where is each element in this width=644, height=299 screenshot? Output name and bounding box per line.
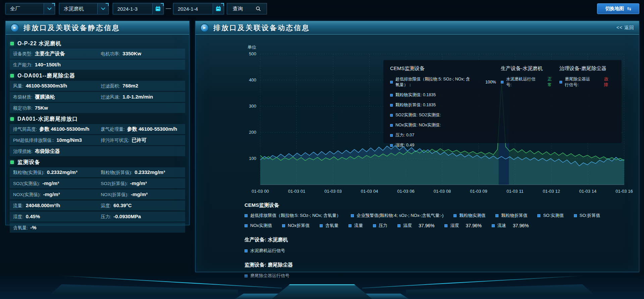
legend-item[interactable]: 温度37.96%: [397, 223, 434, 229]
legend-item-label: SO:折算值: [580, 213, 600, 219]
field-label: 排污许可状况:: [101, 137, 129, 143]
field-label: 电机功率:: [101, 51, 120, 57]
switch-map-button[interactable]: 切换地图 ⇆: [597, 3, 639, 14]
y-axis-tick-label: 500: [249, 51, 256, 56]
legend-item-label: SO:实测值: [543, 213, 564, 219]
field-value: -mg/m³: [42, 180, 59, 186]
search-icon: [256, 6, 261, 11]
field-cell: NOX(折算值):-mg/m³: [101, 191, 182, 198]
field-label: 布袋材质:: [13, 94, 33, 100]
field-cell: SO2(折算值):-mg/m³: [101, 180, 182, 187]
x-axis-tick-label: 01-03 00: [252, 189, 269, 194]
plant-select[interactable]: 全厂: [5, 3, 55, 14]
chevron-down-icon: [47, 6, 52, 10]
table-row: PM超低排排放限值::10mg/Nm3排污许可状况:已许可: [10, 135, 185, 145]
legend-item[interactable]: 超低排放限值（颗拉物:5: SOz-; NOx; 含氧量）: [245, 213, 341, 219]
field-cell: 湿度:0.45%: [13, 214, 101, 220]
table-row: 生产能力:140~150t/h: [10, 60, 185, 70]
legend-item-label: 温度: [403, 223, 412, 229]
field-value: 768m2: [122, 83, 138, 88]
y-axis-tick-label: 100: [249, 156, 256, 161]
legend-item-label: NOx实测值: [250, 223, 272, 229]
legend-item[interactable]: 流速37.96%: [492, 223, 529, 229]
legend-item-label: 湿度: [450, 223, 459, 229]
legend-marker-icon: [282, 224, 285, 227]
field-cell: PM超低排排放限值::10mg/Nm3: [13, 137, 101, 143]
date-end-picker-button[interactable]: [213, 3, 224, 14]
field-value: 60.39°C: [113, 202, 131, 208]
field-cell: 温度:60.39°C: [101, 202, 182, 209]
y-axis-tick-label: 400: [249, 77, 256, 82]
device-signal-item[interactable]: 水泥磨机运行信号: [245, 248, 628, 254]
legend-item[interactable]: SO:实测值: [537, 213, 564, 219]
legend-item-label: 颗粒物实测值: [459, 213, 485, 219]
legend-marker-icon: [348, 224, 352, 227]
back-link[interactable]: << 返回: [616, 25, 634, 31]
field-label: 含氧量:: [13, 225, 28, 231]
legend-item[interactable]: NOx折算值: [282, 223, 310, 229]
legend-item[interactable]: 流量: [348, 223, 363, 229]
calendar-icon: [155, 5, 161, 12]
legend-item-label: 流速: [497, 223, 506, 229]
device-select-value: 水泥磨机: [59, 6, 97, 12]
field-cell: 废气处理量:参数 46100-55300m/h: [101, 126, 182, 132]
field-value: 3350Kw: [122, 51, 141, 56]
field-label: PM超低排排放限值::: [13, 137, 54, 143]
legend-marker-icon: [320, 224, 323, 227]
legend-item[interactable]: 含氧量: [320, 223, 338, 229]
x-axis-tick-label: 01-03 01: [288, 189, 305, 194]
chart-svg[interactable]: 01-03 0001-03 0101-03 0301-03 0401-03 06…: [242, 44, 636, 200]
field-value: -mg/m³: [130, 180, 147, 186]
field-cell: 电机功率:3350Kw: [101, 51, 182, 57]
legend-item-label: 超低排放限值（颗拉物:5: SOz-; NOx; 含氧量）: [250, 213, 341, 219]
legend-item[interactable]: 颗粒物实测值: [453, 213, 485, 219]
legend-item[interactable]: 湿度37.96%: [444, 223, 481, 229]
field-value: 1.0-1.2m/min: [122, 94, 153, 100]
legend-item-value: 37.96%: [466, 223, 481, 228]
plant-select-dropdown-button[interactable]: [44, 3, 55, 14]
play-icon: ▶: [10, 23, 19, 32]
field-label: 流量:: [13, 203, 23, 209]
field-value: -mg/m³: [43, 191, 60, 197]
emissions-line-chart[interactable]: 01-03 0001-03 0101-03 0301-03 0401-03 06…: [242, 44, 636, 200]
date-end-input[interactable]: 2024-1-4: [173, 3, 224, 14]
query-button[interactable]: 查询: [227, 3, 267, 14]
x-axis-tick-label: 01-03 06: [397, 189, 414, 194]
table-row: 风量:46100-55300m3/h过滤面积:768m2: [10, 81, 185, 91]
legend-heading: CEMS监测设备: [245, 202, 628, 208]
legend-marker-icon: [373, 224, 376, 227]
field-label: 压力:: [101, 214, 111, 220]
device-select[interactable]: 水泥磨机: [59, 3, 109, 14]
field-value: 参数 46100-55300m/h: [39, 126, 89, 132]
legend-item-value: 37.96%: [513, 223, 529, 228]
x-axis-tick-label: 01-03 16: [615, 189, 633, 194]
legend-marker-icon: [397, 224, 400, 227]
field-value: 0.45%: [26, 214, 40, 219]
table-row: 设备类型:主要生产设备电机功率:3350Kw: [10, 49, 185, 59]
field-value: 140~150t/h: [35, 62, 61, 67]
table-row: 布袋材质:覆膜涤纶过滤风速:1.0-1.2m/min: [10, 92, 185, 102]
field-cell: 颗粒物(实测值):0.2332mg/m³: [13, 169, 101, 176]
date-start-picker-button[interactable]: [152, 3, 163, 14]
field-label: NOX(折算值):: [101, 192, 129, 198]
table-row: 湿度:0.45%压力:-0.0930MPa: [10, 212, 185, 222]
legend-item[interactable]: 企业预警值(颗粒物:4; sOz-; NOx-;含氧气量:-): [351, 213, 443, 219]
field-cell: 含氧量:-%: [13, 225, 182, 231]
dynamic-info-panel: ▶ 排放口及关联设备动态信息 << 返回 01-03 0001-03 0101-…: [195, 21, 639, 272]
legend-item[interactable]: SO:折算值: [574, 213, 600, 219]
x-axis-tick-label: 01-03 03: [324, 189, 341, 194]
section-header: DA001-水泥磨尾排放口: [10, 114, 185, 124]
section-title: 监测设备: [17, 159, 40, 166]
legend-item-label: 颗粒物折算值: [501, 213, 527, 219]
device-select-dropdown-button[interactable]: [97, 3, 108, 14]
query-button-label: 查询: [233, 6, 243, 12]
y-axis-tick-label: 200: [249, 130, 256, 135]
legend-item[interactable]: NOx实测值: [245, 223, 272, 229]
section-header: O-P-22 水泥磨机: [10, 39, 185, 49]
date-start-input[interactable]: 2024-1-3: [113, 3, 164, 14]
legend-item[interactable]: 压力: [373, 223, 387, 229]
legend-item[interactable]: 颗粒物折算值: [495, 213, 527, 219]
legend-marker-icon: [245, 249, 248, 252]
field-label: SO2(实测值):: [13, 181, 40, 187]
date-range-dash: —: [166, 5, 171, 11]
